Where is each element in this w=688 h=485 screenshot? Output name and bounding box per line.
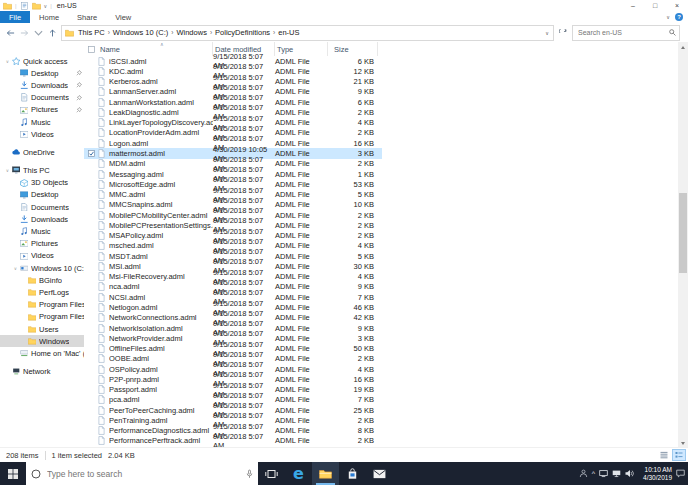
back-icon[interactable] [5,29,16,37]
address-dropdown-icon[interactable]: ∨ [545,30,550,36]
tab-home[interactable]: Home [30,11,68,23]
select-all-checkbox[interactable] [84,42,98,56]
close-button[interactable]: × [666,0,688,11]
videos-icon [19,252,29,261]
file-type: ADML File [275,190,328,199]
search-box[interactable] [572,25,680,41]
breadcrumb-item[interactable]: This PC [75,28,108,37]
taskbar-search[interactable] [26,462,258,485]
breadcrumb-item[interactable]: Windows 10 (C:) [110,28,171,37]
sidebar-item[interactable]: Documents [0,201,84,213]
file-size: 2 KB [328,354,378,363]
search-input[interactable] [576,28,669,37]
sidebar-item[interactable]: Desktop [0,67,84,79]
chevron-down-icon: ∨ [4,168,11,173]
file-type: ADML File [275,416,328,425]
window-title: en-US [57,2,77,9]
tab-view[interactable]: View [106,11,140,23]
tray-display-icon[interactable] [599,469,608,478]
edge-button[interactable]: e [285,462,312,485]
row-checkbox[interactable] [84,150,98,157]
vertical-scrollbar[interactable] [678,42,688,448]
maximize-button[interactable]: □ [644,0,666,11]
file-row[interactable]: PerformancePerftrack.adml9/15/2018 5:07 … [84,436,382,446]
people-icon[interactable] [579,469,588,478]
scrollbar-thumb[interactable] [679,193,687,273]
hidden-icons-chevron-icon[interactable]: ^ [592,470,595,477]
breadcrumb-item[interactable]: PolicyDefinitions [212,28,273,37]
tab-file[interactable]: File [0,11,30,23]
forward-icon[interactable] [19,29,30,37]
list-view-button[interactable] [657,449,671,461]
sidebar-item[interactable]: Program Files [0,299,84,311]
qat-properties-icon[interactable] [20,2,29,10]
file-date-modified: 9/15/2018 5:07 AM [213,432,275,448]
sidebar-item[interactable]: BGinfo [0,274,84,286]
sidebar-item[interactable]: OneDrive [0,146,84,158]
sidebar-item[interactable]: Home on 'Mac' (Z:) [0,347,84,359]
qat-new-folder-icon[interactable] [32,2,41,10]
sidebar-item[interactable]: ∨Windows 10 (C:) [0,262,84,274]
mail-button[interactable] [366,462,393,485]
sidebar-item[interactable]: Videos [0,250,84,262]
column-header-type[interactable]: Type [275,42,328,56]
qat-customize-chevron-icon[interactable]: ∨ [44,3,48,9]
file-size: 1 KB [328,170,378,179]
sidebar-item[interactable]: Documents [0,92,84,104]
sidebar-item[interactable]: Users [0,323,84,335]
file-size: 2 KB [328,231,378,240]
file-name: MMCSnapins.adml [109,200,213,209]
taskbar-search-input[interactable] [45,468,242,480]
breadcrumb-item[interactable]: Windows [173,28,209,37]
file-size: 2 KB [328,221,378,230]
task-view-button[interactable] [258,462,285,485]
folder-icon [27,337,37,346]
help-icon[interactable]: ? [675,13,683,21]
sidebar-item[interactable]: 3D Objects [0,177,84,189]
tray-volume-icon[interactable] [625,469,634,478]
sidebar-item[interactable]: Pictures [0,238,84,250]
tray-network-icon[interactable] [612,469,621,478]
address-bar: This PC›Windows 10 (C:)›Windows›PolicyDe… [0,23,688,42]
sidebar-item[interactable]: Desktop [0,189,84,201]
action-center-icon[interactable] [676,469,685,478]
taskbar-clock[interactable]: 10:10 AM 4/30/2019 [638,466,672,481]
onedrive-icon [11,148,21,157]
sidebar-item[interactable]: Music [0,225,84,237]
tab-share[interactable]: Share [68,11,106,23]
sidebar-item[interactable]: Windows [0,335,84,347]
file-type: ADML File [275,118,328,127]
sidebar-item[interactable]: Music [0,116,84,128]
column-header-name[interactable]: ∧ Name [98,42,213,56]
breadcrumb-item[interactable]: en-US [275,28,302,37]
details-view-button[interactable] [672,449,686,461]
column-header-size[interactable]: Size [328,42,378,56]
file-size: 19 KB [328,385,378,394]
microphone-icon[interactable] [246,469,253,479]
sidebar-item[interactable]: ∨Quick access [0,55,84,67]
file-size: 5 KB [328,252,378,261]
sidebar-item[interactable]: Downloads [0,79,84,91]
address-input[interactable]: This PC›Windows 10 (C:)›Windows›PolicyDe… [61,25,554,41]
up-icon[interactable] [47,29,58,37]
recent-locations-chevron-icon[interactable] [33,29,44,37]
start-button[interactable] [0,462,26,485]
pin-icon [76,82,82,88]
sidebar-item[interactable]: Videos [0,128,84,140]
sidebar-item[interactable]: PerfLogs [0,286,84,298]
sidebar-item[interactable]: Network [0,366,84,378]
sidebar-item[interactable]: Program Files (x86) [0,311,84,323]
refresh-icon[interactable] [557,29,569,37]
sidebar-item[interactable]: Downloads [0,213,84,225]
file-type: ADML File [275,395,328,404]
minimize-button[interactable]: – [622,0,644,11]
file-name: P2P-pnrp.adml [109,375,213,384]
file-icon [98,354,109,363]
sidebar-item[interactable]: ∨This PC [0,165,84,177]
sidebar-item[interactable]: Pictures [0,104,84,116]
store-button[interactable] [339,462,366,485]
ribbon-collapse-icon[interactable]: ∨ [666,14,670,20]
scroll-up-icon[interactable] [678,42,688,52]
file-explorer-button[interactable] [312,462,339,485]
documents-icon [19,203,29,212]
